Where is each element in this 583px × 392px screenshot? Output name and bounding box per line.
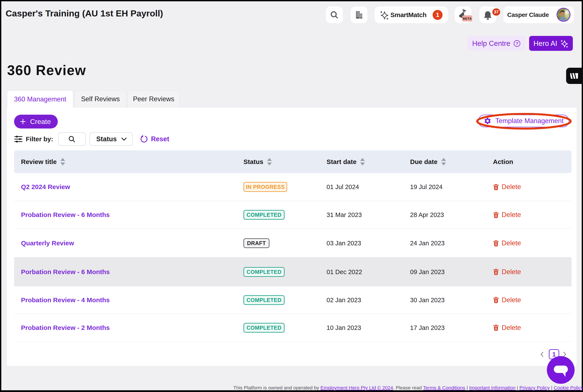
svg-text:?: ?	[516, 41, 518, 46]
